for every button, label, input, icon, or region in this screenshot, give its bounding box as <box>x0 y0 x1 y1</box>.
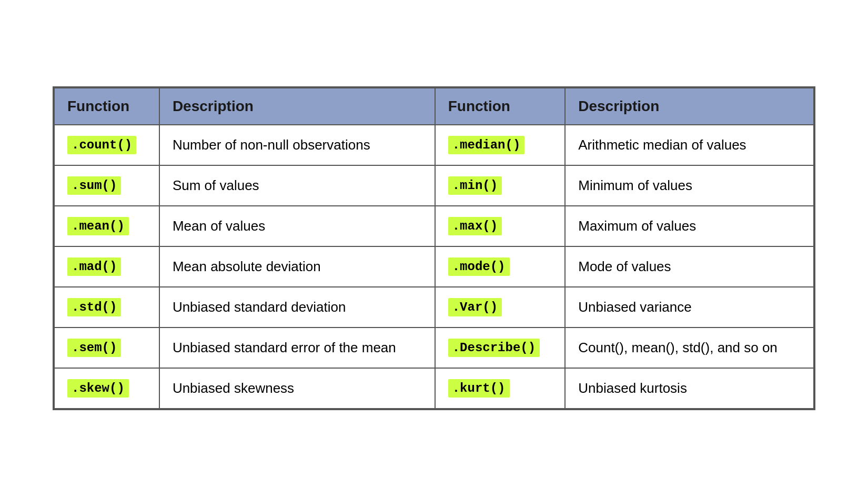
table-row: .std()Unbiased standard deviation.Var()U… <box>54 287 814 328</box>
description-cell-right: Count(), mean(), std(), and so on <box>565 328 814 368</box>
main-table-container: Function Description Function Descriptio… <box>53 86 815 410</box>
description-cell-right: Arithmetic median of values <box>565 125 814 165</box>
description-cell-left: Unbiased standard error of the mean <box>159 328 435 368</box>
description-cell-right: Minimum of values <box>565 165 814 206</box>
function-badge-right: .Var() <box>448 298 502 316</box>
description-cell-right: Maximum of values <box>565 206 814 246</box>
function-badge-left: .std() <box>67 298 121 316</box>
description-cell-left: Mean absolute deviation <box>159 246 435 287</box>
table-row: .count()Number of non-null observations.… <box>54 125 814 165</box>
function-badge-right: .max() <box>448 217 502 235</box>
function-cell-left: .mad() <box>54 246 159 287</box>
col-header-description-2: Description <box>565 88 814 125</box>
description-cell-right: Unbiased kurtosis <box>565 368 814 409</box>
function-badge-left: .sem() <box>67 339 121 357</box>
function-badge-right: .kurt() <box>448 379 510 398</box>
function-cell-right: .Var() <box>435 287 566 328</box>
function-cell-left: .mean() <box>54 206 159 246</box>
function-cell-right: .median() <box>435 125 566 165</box>
description-cell-left: Sum of values <box>159 165 435 206</box>
col-header-function-1: Function <box>54 88 159 125</box>
function-badge-right: .mode() <box>448 257 510 276</box>
function-cell-left: .sum() <box>54 165 159 206</box>
functions-table: Function Description Function Descriptio… <box>54 87 814 409</box>
description-cell-left: Number of non-null observations <box>159 125 435 165</box>
function-cell-right: .Describe() <box>435 328 566 368</box>
col-header-description-1: Description <box>159 88 435 125</box>
function-cell-right: .min() <box>435 165 566 206</box>
function-badge-right: .min() <box>448 176 502 195</box>
function-badge-right: .Describe() <box>448 339 540 357</box>
table-row: .sum()Sum of values.min()Minimum of valu… <box>54 165 814 206</box>
col-header-function-2: Function <box>435 88 566 125</box>
table-row: .sem()Unbiased standard error of the mea… <box>54 328 814 368</box>
function-cell-left: .std() <box>54 287 159 328</box>
function-cell-left: .skew() <box>54 368 159 409</box>
function-cell-right: .mode() <box>435 246 566 287</box>
table-header-row: Function Description Function Descriptio… <box>54 88 814 125</box>
function-cell-right: .kurt() <box>435 368 566 409</box>
table-row: .skew()Unbiased skewness.kurt()Unbiased … <box>54 368 814 409</box>
function-badge-left: .mad() <box>67 257 121 276</box>
function-badge-left: .sum() <box>67 176 121 195</box>
description-cell-left: Unbiased skewness <box>159 368 435 409</box>
table-row: .mean()Mean of values.max()Maximum of va… <box>54 206 814 246</box>
function-cell-right: .max() <box>435 206 566 246</box>
function-badge-right: .median() <box>448 136 525 154</box>
table-row: .mad()Mean absolute deviation.mode()Mode… <box>54 246 814 287</box>
function-cell-left: .count() <box>54 125 159 165</box>
description-cell-left: Unbiased standard deviation <box>159 287 435 328</box>
description-cell-left: Mean of values <box>159 206 435 246</box>
function-badge-left: .count() <box>67 136 136 154</box>
description-cell-right: Mode of values <box>565 246 814 287</box>
function-badge-left: .mean() <box>67 217 129 235</box>
function-cell-left: .sem() <box>54 328 159 368</box>
description-cell-right: Unbiased variance <box>565 287 814 328</box>
function-badge-left: .skew() <box>67 379 129 398</box>
